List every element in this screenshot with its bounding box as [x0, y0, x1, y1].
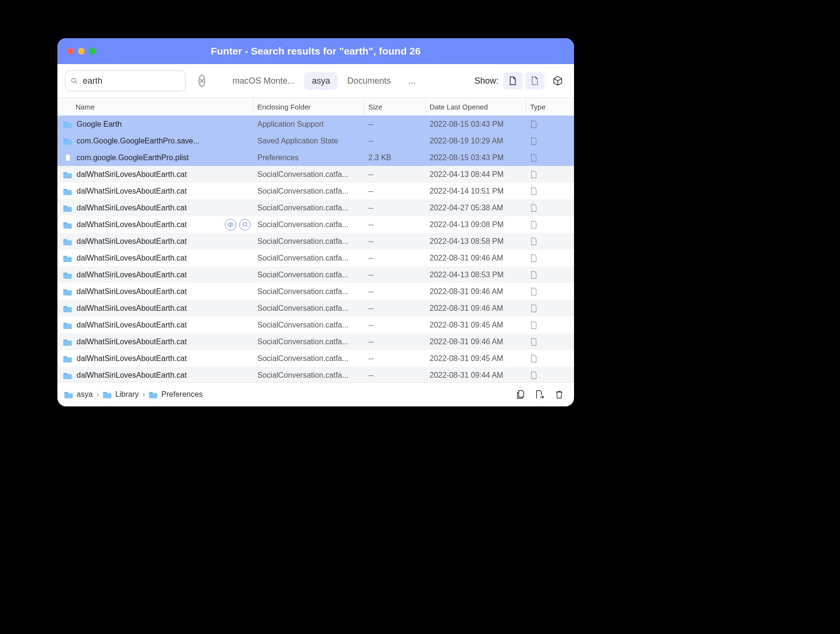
- cell-name: dalWhatSiriLovesAboutEarth.cat: [63, 354, 254, 363]
- cell-type: [526, 187, 555, 196]
- window-title: Funter - Search results for "earth", fou…: [57, 45, 574, 57]
- minimize-window-button[interactable]: [78, 48, 85, 55]
- header-type[interactable]: Type: [526, 98, 555, 115]
- table-row[interactable]: com.Google.GoogleEarthPro.save...Saved A…: [57, 132, 574, 149]
- svg-point-4: [230, 224, 232, 226]
- cell-date: 2022-08-15 03:43 PM: [426, 153, 526, 162]
- cell-date: 2022-08-31 09:46 AM: [426, 304, 526, 313]
- header-date-last-opened[interactable]: Date Last Opened: [426, 98, 526, 115]
- cell-size: --: [365, 120, 426, 129]
- file-name: dalWhatSiriLovesAboutEarth.cat: [77, 204, 187, 212]
- cell-name: dalWhatSiriLovesAboutEarth.cat: [63, 187, 254, 196]
- cell-enclosing-folder: SocialConversation.catfa...: [254, 321, 365, 329]
- cell-size: 2.3 KB: [365, 153, 426, 162]
- table-row[interactable]: dalWhatSiriLovesAboutEarth.catSocialConv…: [57, 333, 574, 350]
- search-field[interactable]: [65, 70, 186, 91]
- cell-date: 2022-08-31 09:46 AM: [426, 287, 526, 296]
- footer: asya›Library›Preferences: [57, 382, 574, 406]
- cell-size: --: [365, 321, 426, 329]
- table-row[interactable]: dalWhatSiriLovesAboutEarth.catSocialConv…: [57, 317, 574, 333]
- window-controls: [67, 48, 96, 55]
- cell-enclosing-folder: SocialConversation.catfa...: [254, 371, 365, 380]
- cell-name: dalWhatSiriLovesAboutEarth.cat: [63, 304, 254, 313]
- cell-size: --: [365, 204, 426, 212]
- table-row[interactable]: dalWhatSiriLovesAboutEarth.catSocialConv…: [57, 166, 574, 183]
- results-list[interactable]: Google EarthApplication Support--2022-08…: [57, 116, 574, 382]
- cell-enclosing-folder: SocialConversation.catfa...: [254, 338, 365, 346]
- table-row[interactable]: dalWhatSiriLovesAboutEarth.catSocialConv…: [57, 283, 574, 300]
- cell-date: 2022-04-13 08:53 PM: [426, 271, 526, 279]
- table-row[interactable]: dalWhatSiriLovesAboutEarth.catSocialConv…: [57, 266, 574, 283]
- search-icon: [70, 77, 78, 85]
- cell-name: dalWhatSiriLovesAboutEarth.cat: [63, 237, 254, 246]
- cell-name: dalWhatSiriLovesAboutEarth.cat: [63, 371, 254, 380]
- show-hidden-files-button[interactable]: [525, 72, 544, 89]
- file-name: dalWhatSiriLovesAboutEarth.cat: [77, 237, 187, 246]
- cell-enclosing-folder: SocialConversation.catfa...: [254, 237, 365, 246]
- breadcrumb-separator: ›: [97, 390, 99, 399]
- cell-type: [526, 321, 555, 329]
- svg-line-6: [246, 225, 247, 226]
- table-row[interactable]: dalWhatSiriLovesAboutEarth.catSocialConv…: [57, 300, 574, 317]
- cell-date: 2022-08-31 09:45 AM: [426, 321, 526, 329]
- close-window-button[interactable]: [67, 48, 74, 55]
- title-bar[interactable]: Funter - Search results for "earth", fou…: [57, 38, 574, 64]
- header-name[interactable]: Name: [72, 98, 254, 115]
- file-name: dalWhatSiriLovesAboutEarth.cat: [77, 304, 187, 313]
- file-name: dalWhatSiriLovesAboutEarth.cat: [77, 271, 187, 279]
- file-name: dalWhatSiriLovesAboutEarth.cat: [77, 170, 187, 179]
- cell-enclosing-folder: SocialConversation.catfa...: [254, 354, 365, 363]
- cell-enclosing-folder: SocialConversation.catfa...: [254, 287, 365, 296]
- move-button[interactable]: [532, 386, 548, 403]
- file-name: dalWhatSiriLovesAboutEarth.cat: [77, 321, 187, 329]
- breadcrumb-separator: ›: [143, 390, 145, 399]
- scope-tab-home[interactable]: asya: [304, 72, 338, 90]
- header-enclosing-folder[interactable]: Enclosing Folder: [254, 98, 365, 115]
- cell-name: com.google.GoogleEarthPro.plist: [63, 153, 254, 162]
- cell-type: [526, 338, 555, 346]
- reveal-icon[interactable]: [225, 219, 236, 230]
- trash-button[interactable]: [551, 386, 567, 403]
- copy-button[interactable]: [513, 386, 529, 403]
- breadcrumb-segment[interactable]: asya: [64, 390, 93, 399]
- path-breadcrumb[interactable]: asya›Library›Preferences: [64, 390, 203, 399]
- table-row[interactable]: dalWhatSiriLovesAboutEarth.catSocialConv…: [57, 233, 574, 250]
- scope-tab-volume[interactable]: macOS Monte...: [225, 72, 302, 90]
- table-row[interactable]: dalWhatSiriLovesAboutEarth.catSocialConv…: [57, 216, 574, 233]
- header-size[interactable]: Size: [365, 98, 426, 115]
- cell-size: --: [365, 271, 426, 279]
- show-visible-files-button[interactable]: [503, 72, 522, 89]
- file-name: dalWhatSiriLovesAboutEarth.cat: [77, 187, 187, 196]
- cell-name: dalWhatSiriLovesAboutEarth.cat: [63, 287, 254, 296]
- cell-size: --: [365, 371, 426, 380]
- cell-name: dalWhatSiriLovesAboutEarth.cat: [63, 254, 254, 262]
- table-row[interactable]: dalWhatSiriLovesAboutEarth.catSocialConv…: [57, 350, 574, 367]
- table-row[interactable]: dalWhatSiriLovesAboutEarth.catSocialConv…: [57, 250, 574, 266]
- cell-enclosing-folder: SocialConversation.catfa...: [254, 187, 365, 196]
- cell-name: Google Earth: [63, 120, 254, 129]
- table-row[interactable]: com.google.GoogleEarthPro.plistPreferenc…: [57, 149, 574, 166]
- table-row[interactable]: dalWhatSiriLovesAboutEarth.catSocialConv…: [57, 183, 574, 199]
- table-row[interactable]: Google EarthApplication Support--2022-08…: [57, 116, 574, 132]
- breadcrumb-segment[interactable]: Preferences: [149, 390, 202, 399]
- table-row[interactable]: dalWhatSiriLovesAboutEarth.catSocialConv…: [57, 199, 574, 216]
- clear-search-button[interactable]: [199, 75, 205, 87]
- cell-size: --: [365, 170, 426, 179]
- search-input[interactable]: [82, 76, 195, 87]
- scope-tab-documents[interactable]: Documents: [340, 72, 398, 90]
- table-row[interactable]: dalWhatSiriLovesAboutEarth.catSocialConv…: [57, 367, 574, 382]
- cell-type: [526, 204, 555, 212]
- scope-tab-more[interactable]: ...: [400, 72, 423, 90]
- file-name: dalWhatSiriLovesAboutEarth.cat: [77, 371, 187, 380]
- breadcrumb-segment[interactable]: Library: [103, 390, 139, 399]
- cell-enclosing-folder: SocialConversation.catfa...: [254, 304, 365, 313]
- file-name: dalWhatSiriLovesAboutEarth.cat: [77, 287, 187, 296]
- cell-size: --: [365, 304, 426, 313]
- zoom-window-button[interactable]: [89, 48, 96, 55]
- cell-size: --: [365, 338, 426, 346]
- show-packages-button[interactable]: [549, 72, 566, 89]
- file-name: dalWhatSiriLovesAboutEarth.cat: [77, 220, 187, 229]
- cell-enclosing-folder: SocialConversation.catfa...: [254, 204, 365, 212]
- cell-name: com.Google.GoogleEarthPro.save...: [63, 137, 254, 145]
- reveal-finder-icon[interactable]: [239, 219, 251, 230]
